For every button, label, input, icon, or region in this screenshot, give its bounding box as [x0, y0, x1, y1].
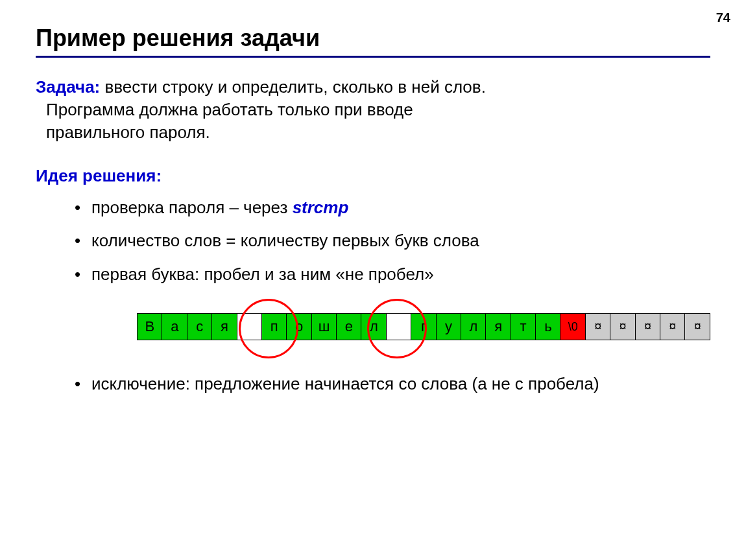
char-cell-11: г [411, 313, 437, 340]
char-cell-15: т [511, 313, 536, 340]
idea-item-2-text: количество слов = количеству первых букв… [91, 231, 479, 250]
char-cell-21: ¤ [660, 313, 686, 340]
char-cell-7: ш [311, 313, 337, 340]
char-cell-13: л [461, 313, 487, 340]
idea-list: проверка пароля – через strcmp количеств… [36, 196, 710, 395]
task-text-line3: правильного пароля. [46, 122, 210, 142]
char-cell-5: п [261, 313, 287, 340]
idea-label: Идея решения: [36, 165, 710, 187]
char-cell-19: ¤ [610, 313, 636, 340]
char-cell-2: с [187, 313, 213, 340]
slide-body: Задача: ввести строку и определить, скол… [36, 76, 710, 395]
idea-item-3: первая буква: пробел и за ним «не пробел… [75, 263, 710, 357]
task-block: Задача: ввести строку и определить, скол… [36, 76, 710, 144]
char-cell-16: ь [535, 313, 561, 340]
page-number: 74 [716, 10, 730, 25]
char-strip: Васяпошелгулять\0¤¤¤¤¤ [137, 313, 710, 340]
idea-item-1: проверка пароля – через strcmp [75, 196, 710, 219]
idea-item-4-text: исключение: предложение начинается со сл… [91, 374, 599, 393]
task-text-line1: ввести строку и определить, сколько в не… [100, 77, 486, 97]
char-cell-14: я [485, 313, 511, 340]
title-divider [36, 56, 710, 58]
idea-item-1-keyword: strcmp [293, 198, 349, 217]
char-cell-17: \0 [560, 313, 586, 340]
slide: 74 Пример решения задачи Задача: ввести … [0, 0, 746, 560]
char-cell-9: л [361, 313, 387, 340]
char-cell-3: я [211, 313, 237, 340]
idea-item-4: исключение: предложение начинается со сл… [75, 373, 710, 395]
idea-item-3-text: первая буква: пробел и за ним «не пробел… [91, 264, 434, 284]
idea-item-2: количество слов = количеству первых букв… [75, 229, 710, 252]
char-cell-6: о [286, 313, 312, 340]
char-cell-20: ¤ [635, 313, 661, 340]
char-cell-0: В [137, 313, 163, 340]
task-label: Задача: [36, 77, 100, 97]
string-diagram: Васяпошелгулять\0¤¤¤¤¤ [137, 298, 710, 357]
char-cell-4 [237, 313, 263, 340]
char-cell-18: ¤ [585, 313, 611, 340]
task-text-line2: Программа должна работать только при вво… [46, 100, 413, 119]
char-cell-22: ¤ [684, 313, 710, 340]
slide-title: Пример решения задачи [36, 25, 710, 52]
idea-item-1-prefix: проверка пароля – через [91, 198, 293, 217]
char-cell-12: у [436, 313, 462, 340]
char-cell-10 [386, 313, 412, 340]
char-cell-1: а [162, 313, 187, 340]
char-cell-8: е [336, 313, 362, 340]
